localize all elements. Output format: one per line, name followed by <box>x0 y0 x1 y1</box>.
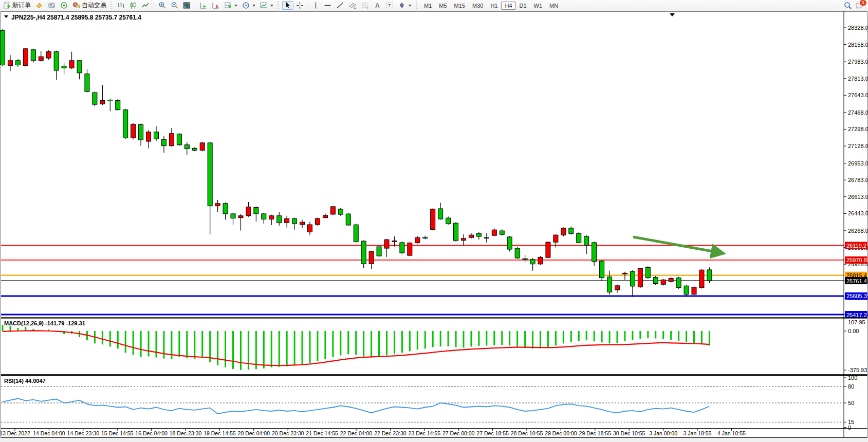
zoom-out-button[interactable] <box>169 1 180 10</box>
rsi-tick-label: 0 <box>848 425 851 431</box>
toolbar-separator <box>154 2 154 9</box>
search-icon[interactable] <box>844 2 852 10</box>
new-chart-button[interactable] <box>222 1 239 10</box>
price-tick-label: 26953.0 <box>848 160 868 167</box>
periodicity-button[interactable] <box>240 1 257 10</box>
candle-body <box>254 207 258 213</box>
price-tick-label: 28158.0 <box>848 42 868 48</box>
vline-icon <box>312 2 319 9</box>
auto-scroll-button[interactable] <box>197 1 209 10</box>
vertical-line-tool[interactable] <box>310 1 321 10</box>
candle-body <box>246 207 251 216</box>
line-chart-mode-button[interactable] <box>140 1 152 10</box>
candle-body <box>238 216 243 218</box>
timeframe-button-m15[interactable]: M15 <box>451 2 469 10</box>
timeframe-button-d1[interactable]: D1 <box>516 2 530 10</box>
text-label-tool[interactable]: T <box>383 1 396 10</box>
candle-body <box>523 259 527 260</box>
template-button[interactable] <box>258 1 275 10</box>
svg-text:25970.8: 25970.8 <box>846 257 867 263</box>
cursor-tool-button[interactable] <box>282 1 293 10</box>
candle-body <box>500 231 504 234</box>
horizontal-line-tool[interactable] <box>322 1 334 10</box>
timeframe-button-w1[interactable]: W1 <box>530 2 546 10</box>
timeframe-button-h1[interactable]: H1 <box>487 2 501 10</box>
time-axis-label: 13 Dec 2022 <box>0 430 30 436</box>
time-axis-label: 19 Dec 14:55 <box>204 430 236 436</box>
timeframe-button-m30[interactable]: M30 <box>469 2 487 10</box>
candle-body <box>692 287 696 294</box>
macd-tick-label: 107.95 <box>848 319 865 325</box>
candle-body <box>600 261 604 278</box>
timeframe-button-m1[interactable]: M1 <box>420 2 435 10</box>
crosshair-tool-button[interactable] <box>294 1 306 10</box>
fibonacci-tool[interactable]: F <box>359 1 372 10</box>
price-line-badge: 25761.4 <box>845 277 867 284</box>
trendline-tool[interactable] <box>334 1 346 10</box>
timeframe-button-m5[interactable]: M5 <box>435 2 450 10</box>
price-tick-label: 27298.0 <box>848 126 868 132</box>
svg-text:25417.2: 25417.2 <box>846 312 867 318</box>
timeframe-button-h4[interactable]: H4 <box>501 2 515 10</box>
new-order-button[interactable]: 新订单 <box>1 1 33 10</box>
candle-body <box>415 237 420 243</box>
bar-chart-mode-button[interactable] <box>115 1 127 10</box>
chart-canvas[interactable]: JPN225-,H4 25871.4 25895.8 25735.7 25761… <box>0 0 868 442</box>
toolbar-grip <box>416 2 418 9</box>
time-axis-label: 14 Dec 04:00 <box>33 430 65 436</box>
auto-scroll-icon <box>199 2 207 9</box>
candle-body <box>707 270 712 281</box>
market-watch-button[interactable] <box>33 1 45 10</box>
candle-body <box>161 139 166 145</box>
top-toolbar: 新订单 自动交易 <box>0 0 868 11</box>
time-axis-label: 21 Dec 14:55 <box>306 430 338 436</box>
price-tick-label: 27983.0 <box>848 59 868 65</box>
terminal-icon <box>48 2 56 9</box>
candle-chart-mode-button[interactable] <box>127 1 139 10</box>
svg-text:25605.3: 25605.3 <box>846 293 867 299</box>
chevron-down-icon <box>252 5 255 7</box>
candle-body <box>330 207 335 214</box>
text-tool[interactable]: A <box>372 1 383 10</box>
candle-body <box>215 204 220 206</box>
toolbar-separator <box>195 2 195 9</box>
line-chart-icon <box>142 2 150 9</box>
time-axis-label: 22 Dec 04:00 <box>340 430 373 436</box>
price-tick-label: 28328.0 <box>848 25 868 31</box>
candle-body <box>108 100 113 101</box>
time-axis-label: 29 Dec 18:55 <box>579 430 612 436</box>
price-line-badge: 26119.2 <box>845 242 867 249</box>
candle-body <box>684 286 689 294</box>
timeframe-button-mn[interactable]: MN <box>546 2 562 10</box>
candle-body <box>546 242 550 257</box>
candle-body <box>15 61 20 65</box>
svg-text:E: E <box>354 6 356 9</box>
terminal-button[interactable] <box>46 1 58 10</box>
autotrading-button[interactable]: 自动交易 <box>70 1 108 10</box>
candle-body <box>507 237 512 249</box>
equidistant-channel-tool[interactable]: E <box>346 1 359 10</box>
candle-body <box>492 230 496 235</box>
rsi-label: RSI(14) 44.0047 <box>4 378 46 384</box>
candle-body <box>361 241 366 264</box>
autotrading-label: 自动交易 <box>82 1 106 10</box>
price-line-badge: 25970.8 <box>845 256 867 264</box>
toolbar-grip <box>278 2 280 9</box>
candle-body <box>446 218 451 224</box>
candle-body <box>454 223 458 241</box>
fibonacci-icon: F <box>361 2 370 9</box>
candle-body <box>54 52 59 70</box>
toolbar-right-group: 1 <box>844 2 867 10</box>
time-axis-label: 20 Dec 23:30 <box>272 430 304 436</box>
notifications-button[interactable]: 1 <box>855 2 864 10</box>
chart-shift-button[interactable] <box>210 1 221 10</box>
strategy-tester-button[interactable] <box>58 1 70 10</box>
zoom-in-button[interactable] <box>156 1 168 10</box>
price-tick-label: 27128.0 <box>848 143 868 149</box>
candle-body <box>607 277 612 292</box>
new-order-label: 新订单 <box>12 1 31 10</box>
arrows-tool[interactable] <box>396 1 414 10</box>
candle-body <box>530 260 535 264</box>
tile-windows-button[interactable] <box>181 1 193 10</box>
candle-body <box>62 66 66 68</box>
